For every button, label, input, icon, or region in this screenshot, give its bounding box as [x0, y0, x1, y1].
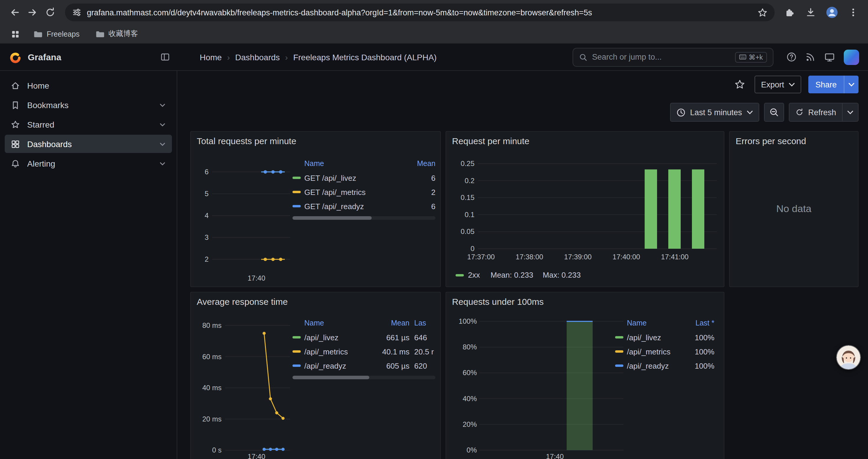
reload-button[interactable]: [41, 4, 59, 21]
legend-value: 646: [414, 333, 435, 342]
panel-title[interactable]: Average response time: [197, 297, 288, 306]
panel-title[interactable]: Request per minute: [452, 136, 529, 146]
chevron-down-icon[interactable]: [159, 160, 166, 167]
chevron-down-icon[interactable]: [159, 121, 166, 128]
breadcrumb-dashboards[interactable]: Dashboards: [235, 52, 280, 62]
bookmark-label: Freeleaps: [47, 30, 80, 38]
news-rss-button[interactable]: [805, 52, 815, 62]
legend-series-name[interactable]: /api/_readyz: [304, 361, 370, 370]
dock-menu-toggle[interactable]: [160, 52, 170, 62]
legend-series-name[interactable]: /api/_metrics: [627, 347, 679, 356]
sidebar-item-label: Starred: [27, 120, 54, 129]
legend-value: 661 µs: [375, 333, 409, 342]
sidebar-item-label: Bookmarks: [27, 100, 68, 109]
panel-title[interactable]: Total requests per minute: [197, 136, 296, 146]
apps-grid-button[interactable]: [8, 27, 23, 41]
back-button[interactable]: [6, 4, 24, 21]
sidebar-item-bookmarks[interactable]: Bookmarks: [5, 96, 172, 114]
refresh-interval-caret[interactable]: [843, 103, 859, 122]
forward-arrow-icon: [27, 7, 38, 18]
legend-row: /api/_metrics100%: [615, 345, 714, 359]
scrollbar-thumb[interactable]: [292, 216, 372, 220]
help-button[interactable]: [786, 52, 797, 62]
clock-icon: [677, 108, 685, 117]
legend-header[interactable]: Name: [304, 319, 370, 327]
sidebar-item-home[interactable]: Home: [5, 76, 172, 95]
extensions-button[interactable]: [780, 4, 798, 21]
chevron-down-icon[interactable]: [159, 101, 166, 108]
refresh-button[interactable]: Refresh: [788, 103, 843, 122]
back-arrow-icon: [9, 7, 20, 18]
zoom-out-button[interactable]: [764, 103, 784, 122]
bookmark-folder-blogs[interactable]: 收藏博客: [90, 27, 143, 41]
total-requests-chart[interactable]: 6543217:40: [195, 153, 292, 284]
legend-series-name[interactable]: /api/_readyz: [627, 361, 679, 370]
request-per-minute-chart[interactable]: 0.250.20.150.10.05017:37:0017:38:0017:39…: [451, 152, 720, 268]
downloads-button[interactable]: [802, 4, 819, 21]
svg-text:17:37:00: 17:37:00: [467, 253, 495, 261]
svg-text:0%: 0%: [466, 446, 477, 454]
apps-grid-icon: [11, 29, 20, 39]
browser-toolbar: grafana.mathmast.com/d/deytv4rwavabkb/fr…: [0, 0, 868, 25]
legend-row: /api/_livez661 µs646: [292, 330, 435, 345]
assistant-avatar-button[interactable]: [836, 345, 861, 370]
svg-text:20 ms: 20 ms: [203, 415, 222, 423]
dashboard-actions: Export Share: [732, 76, 859, 93]
legend-series-name[interactable]: 2xx: [468, 270, 480, 280]
legend-series-name[interactable]: GET /api/_livez: [304, 173, 405, 182]
panel-errors-per-second: Errors per second No data: [729, 131, 859, 287]
scrollbar-thumb[interactable]: [292, 376, 369, 379]
svg-text:17:38:00: 17:38:00: [516, 253, 543, 261]
bookmark-star-icon[interactable]: [757, 7, 768, 18]
legend-value: 100%: [684, 333, 714, 342]
legend-header[interactable]: Mean: [375, 319, 409, 327]
forward-button[interactable]: [24, 4, 41, 21]
share-caret-button[interactable]: [844, 76, 859, 93]
legend-series-name[interactable]: /api/_livez: [627, 333, 679, 342]
legend-header[interactable]: Mean: [409, 160, 435, 168]
legend-header[interactable]: Name: [304, 160, 405, 168]
legend-series-name[interactable]: GET /api/_metrics: [304, 188, 405, 196]
url-text[interactable]: grafana.mathmast.com/d/deytv4rwavabkb/fr…: [87, 8, 752, 17]
search-input[interactable]: Search or jump to... ⌘+k: [572, 47, 773, 66]
sidebar-item-dashboards[interactable]: Dashboards: [5, 135, 172, 153]
user-avatar[interactable]: [844, 49, 859, 65]
legend-header[interactable]: Name: [627, 319, 679, 327]
average-response-time-chart[interactable]: 80 ms60 ms40 ms20 ms0 s17:40: [195, 314, 292, 459]
series-swatch: [615, 364, 623, 367]
legend-row: /api/_metrics40.1 ms20.5 r: [292, 345, 435, 359]
legend-table: NameMeanGET /api/_livez6GET /api/_metric…: [292, 157, 435, 220]
bookmark-folder-freeleaps[interactable]: Freeleaps: [28, 28, 84, 40]
legend-scrollbar[interactable]: [292, 216, 435, 220]
svg-text:2: 2: [205, 255, 209, 263]
time-range-picker[interactable]: Last 5 minutes: [670, 103, 759, 122]
breadcrumb-home[interactable]: Home: [200, 52, 222, 62]
sidebar-nav: Home Bookmarks Starred Dashboards Alerti…: [0, 71, 177, 459]
export-button[interactable]: Export: [754, 76, 801, 93]
legend-series-name[interactable]: /api/_metrics: [304, 347, 370, 356]
legend-scrollbar[interactable]: [292, 376, 435, 379]
panel-title[interactable]: Requests under 100ms: [452, 297, 544, 306]
breadcrumb-current[interactable]: Freeleaps Metrics Dashboard (ALPHA): [293, 52, 437, 62]
legend-row: GET /api/_readyz6: [292, 199, 435, 213]
url-bar[interactable]: grafana.mathmast.com/d/deytv4rwavabkb/fr…: [65, 4, 775, 21]
sidebar-item-starred[interactable]: Starred: [5, 115, 172, 133]
display-mode-button[interactable]: [824, 52, 835, 62]
svg-text:0: 0: [471, 244, 474, 253]
rss-icon: [805, 52, 815, 62]
browser-profile-button[interactable]: [823, 4, 841, 21]
legend-header[interactable]: Las: [414, 319, 435, 327]
grafana-logo-icon[interactable]: [9, 51, 22, 64]
sidebar-item-alerting[interactable]: Alerting: [5, 154, 172, 172]
legend-series-name[interactable]: /api/_livez: [304, 333, 370, 342]
dashboard-main: Export Share Last 5 minutes: [177, 71, 868, 459]
svg-text:0.25: 0.25: [461, 160, 474, 167]
legend-header[interactable]: Last *: [684, 319, 714, 327]
favorite-dashboard-button[interactable]: [732, 77, 747, 92]
legend-header-row: NameLast *: [615, 316, 714, 330]
share-button[interactable]: Share: [808, 76, 844, 93]
legend-series-name[interactable]: GET /api/_readyz: [304, 202, 405, 210]
browser-menu-button[interactable]: [844, 4, 862, 21]
site-info-icon[interactable]: [72, 8, 82, 17]
chevron-down-icon[interactable]: [159, 140, 166, 147]
